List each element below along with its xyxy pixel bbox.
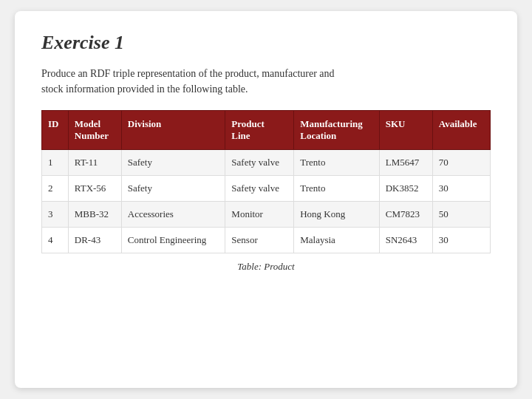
table-cell-2-3: Monitor bbox=[225, 202, 294, 228]
table-cell-2-5: CM7823 bbox=[379, 202, 432, 228]
description: Produce an RDF triple representation of … bbox=[41, 66, 491, 97]
table-row: 2RTX-56SafetySafety valveTrentoDK385230 bbox=[42, 176, 491, 202]
slide: Exercise 1 Produce an RDF triple represe… bbox=[15, 11, 517, 388]
table-cell-1-5: DK3852 bbox=[379, 176, 432, 202]
table-cell-2-0: 3 bbox=[42, 202, 69, 228]
table-row: 4DR-43Control EngineeringSensorMalaysiaS… bbox=[42, 228, 491, 253]
col-header-product-line: ProductLine bbox=[225, 111, 294, 150]
col-header-model: ModelNumber bbox=[68, 111, 121, 150]
table-row: 3MBB-32AccessoriesMonitorHong KongCM7823… bbox=[42, 202, 491, 228]
description-line2: stock information provided in the follow… bbox=[41, 83, 248, 95]
table-caption: Table: Product bbox=[41, 261, 491, 273]
table-cell-1-4: Trento bbox=[294, 176, 380, 202]
table-cell-0-4: Trento bbox=[294, 150, 380, 176]
table-cell-0-3: Safety valve bbox=[225, 150, 294, 176]
description-line1: Produce an RDF triple representation of … bbox=[41, 68, 335, 79]
table-cell-2-4: Hong Kong bbox=[294, 202, 380, 228]
col-header-available: Available bbox=[432, 111, 490, 150]
col-header-mfg-location: ManufacturingLocation bbox=[294, 111, 380, 150]
table-cell-1-2: Safety bbox=[121, 176, 225, 202]
table-cell-3-5: SN2643 bbox=[379, 228, 432, 253]
col-header-id: ID bbox=[42, 111, 69, 150]
table-cell-0-2: Safety bbox=[121, 150, 225, 176]
table-cell-1-1: RTX-56 bbox=[68, 176, 121, 202]
table-cell-1-0: 2 bbox=[42, 176, 69, 202]
product-table: ID ModelNumber Division ProductLine Manu… bbox=[41, 110, 491, 253]
table-cell-2-2: Accessories bbox=[121, 202, 225, 228]
table-cell-2-1: MBB-32 bbox=[68, 202, 121, 228]
table-header-row: ID ModelNumber Division ProductLine Manu… bbox=[42, 111, 491, 150]
table-wrapper: ID ModelNumber Division ProductLine Manu… bbox=[41, 110, 491, 373]
table-row: 1RT-11SafetySafety valveTrentoLM564770 bbox=[42, 150, 491, 176]
table-cell-0-6: 70 bbox=[432, 150, 490, 176]
table-cell-1-6: 30 bbox=[432, 176, 490, 202]
table-cell-3-2: Control Engineering bbox=[121, 228, 225, 253]
table-body: 1RT-11SafetySafety valveTrentoLM5647702R… bbox=[42, 150, 491, 253]
table-cell-0-1: RT-11 bbox=[68, 150, 121, 176]
table-cell-2-6: 50 bbox=[432, 202, 490, 228]
table-cell-3-3: Sensor bbox=[225, 228, 294, 253]
table-cell-3-0: 4 bbox=[42, 228, 69, 253]
table-cell-1-3: Safety valve bbox=[225, 176, 294, 202]
table-cell-3-6: 30 bbox=[432, 228, 490, 253]
col-header-division: Division bbox=[121, 111, 225, 150]
table-cell-0-5: LM5647 bbox=[379, 150, 432, 176]
slide-title: Exercise 1 bbox=[41, 32, 491, 54]
table-cell-0-0: 1 bbox=[42, 150, 69, 176]
table-cell-3-4: Malaysia bbox=[294, 228, 380, 253]
col-header-sku: SKU bbox=[379, 111, 432, 150]
table-cell-3-1: DR-43 bbox=[68, 228, 121, 253]
